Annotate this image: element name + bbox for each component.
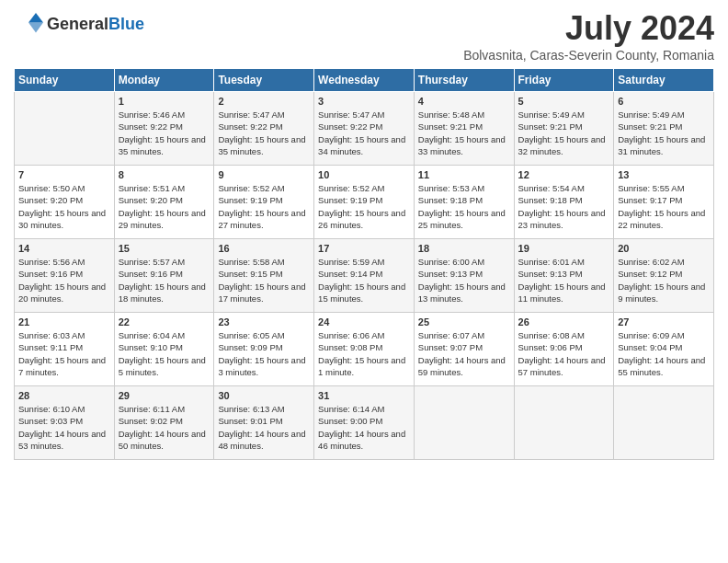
calendar-cell: 28 Sunrise: 6:10 AM Sunset: 9:03 PM Dayl… [15, 386, 115, 460]
day-number: 24 [318, 316, 410, 327]
header-friday: Friday [514, 69, 614, 92]
sunrise: Sunrise: 5:56 AM [18, 257, 85, 267]
calendar-cell: 12 Sunrise: 5:54 AM Sunset: 9:18 PM Dayl… [514, 166, 614, 239]
cell-content: Sunrise: 5:47 AM Sunset: 9:22 PM Dayligh… [318, 109, 410, 157]
daylight: Daylight: 15 hours and 26 minutes. [318, 208, 405, 230]
sunset: Sunset: 9:02 PM [119, 416, 183, 426]
daylight: Daylight: 15 hours and 34 minutes. [318, 134, 405, 156]
daylight: Daylight: 15 hours and 18 minutes. [119, 282, 206, 304]
page-header: General Blue July 2024 Bolvasnita, Caras… [14, 9, 714, 63]
day-number: 13 [618, 169, 710, 180]
sunset: Sunset: 9:14 PM [318, 269, 382, 279]
sunrise: Sunrise: 5:59 AM [318, 257, 384, 267]
day-number: 20 [618, 243, 710, 254]
daylight: Daylight: 15 hours and 3 minutes. [218, 355, 305, 377]
day-number: 11 [418, 169, 510, 180]
sunrise: Sunrise: 5:55 AM [618, 183, 684, 193]
cell-content: Sunrise: 6:06 AM Sunset: 9:08 PM Dayligh… [318, 329, 410, 378]
header-saturday: Saturday [614, 69, 714, 92]
day-number: 25 [418, 316, 510, 327]
calendar-header-row: SundayMondayTuesdayWednesdayThursdayFrid… [15, 69, 714, 92]
day-number: 8 [119, 169, 210, 180]
cell-content: Sunrise: 5:59 AM Sunset: 9:14 PM Dayligh… [318, 256, 410, 304]
sunset: Sunset: 9:01 PM [218, 416, 282, 426]
day-number: 31 [318, 390, 410, 401]
calendar-cell: 7 Sunrise: 5:50 AM Sunset: 9:20 PM Dayli… [15, 166, 115, 239]
sunrise: Sunrise: 6:13 AM [218, 404, 284, 414]
daylight: Daylight: 15 hours and 11 minutes. [518, 282, 606, 304]
daylight: Daylight: 14 hours and 48 minutes. [218, 429, 305, 451]
daylight: Daylight: 15 hours and 7 minutes. [18, 355, 106, 377]
sunset: Sunset: 9:11 PM [18, 342, 83, 352]
calendar-cell: 13 Sunrise: 5:55 AM Sunset: 9:17 PM Dayl… [614, 166, 714, 239]
calendar-cell: 2 Sunrise: 5:47 AM Sunset: 9:22 PM Dayli… [214, 92, 314, 166]
daylight: Daylight: 15 hours and 33 minutes. [418, 134, 506, 156]
day-number: 12 [518, 169, 610, 180]
calendar-cell: 6 Sunrise: 5:49 AM Sunset: 9:21 PM Dayli… [614, 92, 714, 166]
calendar-cell: 14 Sunrise: 5:56 AM Sunset: 9:16 PM Dayl… [15, 239, 115, 313]
calendar-cell: 15 Sunrise: 5:57 AM Sunset: 9:16 PM Dayl… [114, 239, 214, 313]
daylight: Daylight: 15 hours and 30 minutes. [18, 208, 106, 230]
sunset: Sunset: 9:15 PM [218, 269, 282, 279]
week-row-3: 21 Sunrise: 6:03 AM Sunset: 9:11 PM Dayl… [15, 313, 714, 386]
day-number: 6 [618, 96, 710, 107]
sunrise: Sunrise: 5:51 AM [119, 183, 185, 193]
sunrise: Sunrise: 5:47 AM [218, 109, 284, 120]
sunrise: Sunrise: 6:09 AM [618, 330, 684, 340]
day-number: 22 [119, 316, 210, 327]
cell-content: Sunrise: 5:55 AM Sunset: 9:17 PM Dayligh… [618, 182, 710, 231]
sunset: Sunset: 9:07 PM [418, 342, 483, 352]
cell-content: Sunrise: 5:51 AM Sunset: 9:20 PM Dayligh… [119, 182, 210, 231]
daylight: Daylight: 14 hours and 53 minutes. [18, 429, 106, 451]
title-area: July 2024 Bolvasnita, Caras-Severin Coun… [463, 9, 714, 63]
calendar-cell: 23 Sunrise: 6:05 AM Sunset: 9:09 PM Dayl… [214, 313, 314, 386]
sunrise: Sunrise: 6:04 AM [119, 330, 185, 340]
week-row-1: 7 Sunrise: 5:50 AM Sunset: 9:20 PM Dayli… [15, 166, 714, 239]
cell-content: Sunrise: 5:46 AM Sunset: 9:22 PM Dayligh… [119, 109, 210, 157]
sunrise: Sunrise: 5:49 AM [518, 109, 585, 120]
cell-content: Sunrise: 5:52 AM Sunset: 9:19 PM Dayligh… [318, 182, 410, 231]
sunset: Sunset: 9:21 PM [518, 121, 583, 132]
cell-content: Sunrise: 5:48 AM Sunset: 9:21 PM Dayligh… [418, 109, 510, 157]
sunrise: Sunrise: 6:11 AM [119, 404, 185, 414]
sunrise: Sunrise: 5:54 AM [518, 183, 585, 193]
day-number: 15 [119, 243, 210, 254]
calendar-cell: 1 Sunrise: 5:46 AM Sunset: 9:22 PM Dayli… [114, 92, 214, 166]
cell-content: Sunrise: 6:05 AM Sunset: 9:09 PM Dayligh… [218, 329, 310, 378]
cell-content: Sunrise: 6:03 AM Sunset: 9:11 PM Dayligh… [18, 329, 110, 378]
sunrise: Sunrise: 5:52 AM [318, 183, 384, 193]
day-number: 9 [218, 169, 310, 180]
daylight: Daylight: 15 hours and 27 minutes. [218, 208, 305, 230]
calendar-cell: 5 Sunrise: 5:49 AM Sunset: 9:21 PM Dayli… [514, 92, 614, 166]
calendar-cell: 18 Sunrise: 6:00 AM Sunset: 9:13 PM Dayl… [414, 239, 514, 313]
calendar-cell: 16 Sunrise: 5:58 AM Sunset: 9:15 PM Dayl… [214, 239, 314, 313]
logo-icon [14, 9, 43, 39]
sunset: Sunset: 9:22 PM [218, 121, 282, 132]
sunrise: Sunrise: 6:08 AM [518, 330, 585, 340]
calendar-table: SundayMondayTuesdayWednesdayThursdayFrid… [14, 68, 714, 460]
sunset: Sunset: 9:04 PM [618, 342, 682, 352]
daylight: Daylight: 14 hours and 59 minutes. [418, 355, 506, 377]
sunset: Sunset: 9:10 PM [119, 342, 183, 352]
cell-content: Sunrise: 5:53 AM Sunset: 9:18 PM Dayligh… [418, 182, 510, 231]
sunset: Sunset: 9:03 PM [18, 416, 83, 426]
calendar-cell: 19 Sunrise: 6:01 AM Sunset: 9:13 PM Dayl… [514, 239, 614, 313]
cell-content: Sunrise: 5:50 AM Sunset: 9:20 PM Dayligh… [18, 182, 110, 231]
cell-content: Sunrise: 6:00 AM Sunset: 9:13 PM Dayligh… [418, 256, 510, 304]
daylight: Daylight: 15 hours and 22 minutes. [618, 208, 705, 230]
cell-content: Sunrise: 6:13 AM Sunset: 9:01 PM Dayligh… [218, 403, 310, 452]
header-thursday: Thursday [414, 69, 514, 92]
sunset: Sunset: 9:22 PM [318, 121, 382, 132]
sunrise: Sunrise: 6:03 AM [18, 330, 85, 340]
sunrise: Sunrise: 5:58 AM [218, 257, 284, 267]
week-row-4: 28 Sunrise: 6:10 AM Sunset: 9:03 PM Dayl… [15, 386, 714, 460]
cell-content: Sunrise: 5:57 AM Sunset: 9:16 PM Dayligh… [119, 256, 210, 304]
cell-content: Sunrise: 6:09 AM Sunset: 9:04 PM Dayligh… [618, 329, 710, 378]
day-number: 2 [218, 96, 310, 107]
cell-content: Sunrise: 6:11 AM Sunset: 9:02 PM Dayligh… [119, 403, 210, 452]
daylight: Daylight: 14 hours and 50 minutes. [119, 429, 206, 451]
daylight: Daylight: 15 hours and 5 minutes. [119, 355, 206, 377]
calendar-cell: 4 Sunrise: 5:48 AM Sunset: 9:21 PM Dayli… [414, 92, 514, 166]
sunrise: Sunrise: 5:53 AM [418, 183, 484, 193]
cell-content: Sunrise: 5:47 AM Sunset: 9:22 PM Dayligh… [218, 109, 310, 157]
